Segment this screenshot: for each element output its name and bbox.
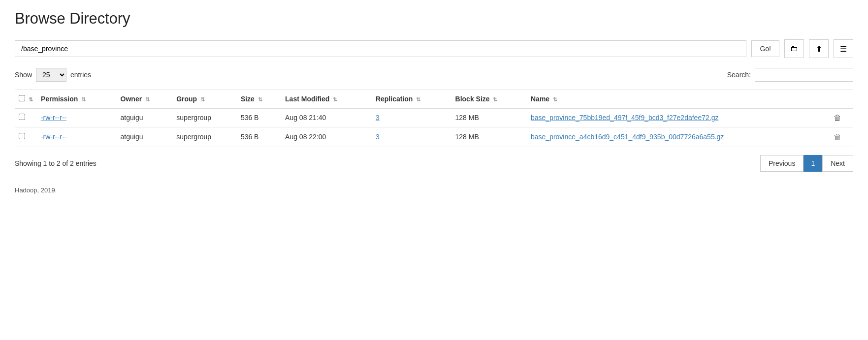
header-actions: [830, 90, 853, 109]
controls-row: Show 10 25 50 100 entries Search:: [15, 68, 853, 82]
entries-label: entries: [70, 71, 91, 79]
row-owner-1: atguigu: [117, 128, 173, 147]
page-title: Browse Directory: [15, 10, 853, 28]
row-last-modified-0: Aug 08 21:40: [281, 108, 372, 128]
row-name-1: base_province_a4cb16d9_c451_4df9_935b_00…: [527, 128, 830, 147]
row-permission-1: -rw-r--r--: [37, 128, 117, 147]
page-number[interactable]: 1: [804, 155, 822, 172]
folder-button[interactable]: 🗀: [784, 39, 804, 58]
row-block-size-0: 128 MB: [451, 108, 527, 128]
list-icon: ☰: [840, 44, 847, 54]
upload-button[interactable]: ⬆: [809, 39, 829, 58]
sort-icon-size[interactable]: ⇅: [258, 96, 262, 102]
pagination: Previous 1 Next: [760, 155, 853, 172]
row-block-size-1: 128 MB: [451, 128, 527, 147]
upload-icon: ⬆: [816, 44, 822, 54]
sort-icon-permission[interactable]: ⇅: [81, 96, 86, 102]
sort-icon-name[interactable]: ⇅: [553, 96, 557, 102]
replication-link-1[interactable]: 3: [376, 133, 380, 141]
row-group-0: supergroup: [172, 108, 237, 128]
row-last-modified-1: Aug 08 22:00: [281, 128, 372, 147]
sort-icon-last-modified[interactable]: ⇅: [333, 96, 337, 102]
row-group-1: supergroup: [172, 128, 237, 147]
search-box: Search:: [727, 68, 853, 82]
header-group: Group ⇅: [172, 90, 237, 109]
select-all-checkbox[interactable]: [19, 95, 25, 101]
row-name-0: base_province_75bb19ed_497f_45f9_bcd3_f2…: [527, 108, 830, 128]
sort-icon-checkbox: ⇅: [29, 96, 33, 102]
row-replication-0: 3: [372, 108, 451, 128]
permission-link-0[interactable]: -rw-r--r--: [41, 114, 66, 122]
header-permission: Permission ⇅: [37, 90, 117, 109]
header-checkbox: ⇅: [15, 90, 37, 109]
footer-row: Showing 1 to 2 of 2 entries Previous 1 N…: [15, 155, 853, 172]
file-link-0[interactable]: base_province_75bb19ed_497f_45f9_bcd3_f2…: [531, 114, 718, 122]
header-name: Name ⇅: [527, 90, 830, 109]
row-checkbox-0[interactable]: [19, 114, 25, 120]
previous-button[interactable]: Previous: [760, 155, 804, 172]
show-label: Show: [15, 71, 32, 79]
sort-icon-block-size[interactable]: ⇅: [493, 96, 497, 102]
path-input[interactable]: [15, 40, 746, 57]
header-replication: Replication ⇅: [372, 90, 451, 109]
header-owner: Owner ⇅: [117, 90, 173, 109]
header-size-label: Size: [241, 95, 255, 103]
header-permission-label: Permission: [41, 95, 78, 103]
go-button[interactable]: Go!: [751, 40, 779, 57]
replication-link-0[interactable]: 3: [376, 114, 380, 122]
header-name-label: Name: [531, 95, 549, 103]
header-block-size-label: Block Size: [455, 95, 490, 103]
table-row: -rw-r--r-- atguigu supergroup 536 B Aug …: [15, 128, 853, 147]
showing-text: Showing 1 to 2 of 2 entries: [15, 159, 96, 167]
entries-select[interactable]: 10 25 50 100: [36, 68, 66, 82]
path-bar: Go! 🗀 ⬆ ☰: [15, 39, 853, 58]
row-delete-1: 🗑: [830, 128, 853, 147]
show-entries: Show 10 25 50 100 entries: [15, 68, 91, 82]
permission-link-1[interactable]: -rw-r--r--: [41, 133, 66, 141]
row-replication-1: 3: [372, 128, 451, 147]
file-table: ⇅ Permission ⇅ Owner ⇅ Group ⇅ Size ⇅ La…: [15, 90, 853, 147]
delete-icon-0[interactable]: 🗑: [834, 114, 841, 122]
row-size-1: 536 B: [237, 128, 281, 147]
search-label: Search:: [727, 71, 751, 79]
header-size: Size ⇅: [237, 90, 281, 109]
header-last-modified: Last Modified ⇅: [281, 90, 372, 109]
sort-icon-group[interactable]: ⇅: [200, 96, 205, 102]
header-last-modified-label: Last Modified: [285, 95, 329, 103]
row-delete-0: 🗑: [830, 108, 853, 128]
row-owner-0: atguigu: [117, 108, 173, 128]
row-size-0: 536 B: [237, 108, 281, 128]
sort-icon-owner[interactable]: ⇅: [145, 96, 150, 102]
copyright-text: Hadoop, 2019.: [15, 186, 853, 194]
file-link-1[interactable]: base_province_a4cb16d9_c451_4df9_935b_00…: [531, 133, 724, 141]
header-block-size: Block Size ⇅: [451, 90, 527, 109]
header-group-label: Group: [176, 95, 197, 103]
row-checkbox-cell: [15, 108, 37, 128]
next-button[interactable]: Next: [822, 155, 853, 172]
row-checkbox-1[interactable]: [19, 133, 25, 139]
search-input[interactable]: [755, 68, 853, 82]
row-checkbox-cell: [15, 128, 37, 147]
header-owner-label: Owner: [121, 95, 142, 103]
delete-icon-1[interactable]: 🗑: [834, 133, 841, 141]
table-header-row: ⇅ Permission ⇅ Owner ⇅ Group ⇅ Size ⇅ La…: [15, 90, 853, 109]
folder-icon: 🗀: [790, 44, 798, 53]
table-row: -rw-r--r-- atguigu supergroup 536 B Aug …: [15, 108, 853, 128]
sort-icon-replication[interactable]: ⇅: [416, 96, 420, 102]
header-replication-label: Replication: [376, 95, 413, 103]
list-button[interactable]: ☰: [834, 39, 853, 58]
row-permission-0: -rw-r--r--: [37, 108, 117, 128]
